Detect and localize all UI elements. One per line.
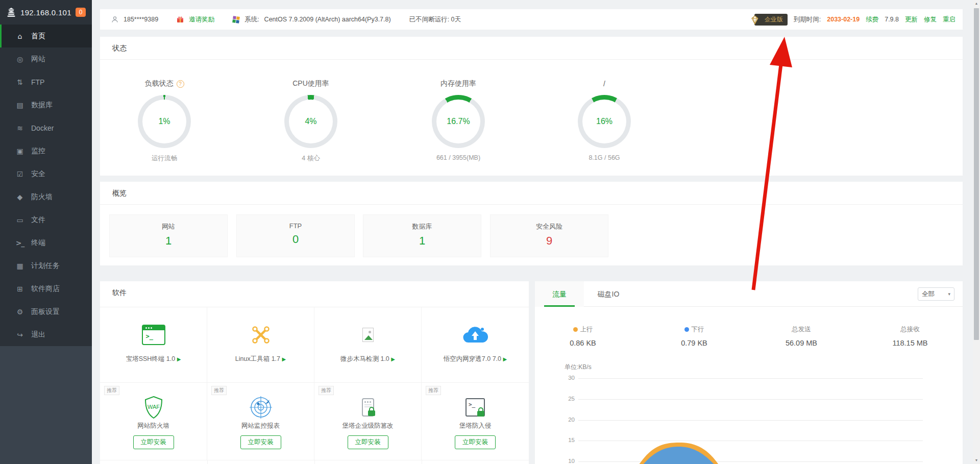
traffic-card: 流量 磁盘IO 全部 ▾ 上行 0.86 KB 下行 0.79 KB 总发送 5… — [535, 281, 963, 464]
help-icon[interactable]: ? — [177, 80, 184, 88]
gauge-sub-label: 运行流畅 — [108, 154, 220, 163]
overview-value: 0 — [237, 233, 354, 246]
stat-total-received: 总接收 118.15 MB — [864, 325, 956, 347]
software-name[interactable]: 网站防火墙 — [100, 422, 207, 430]
restart-link[interactable]: 重启 — [943, 15, 955, 24]
sidebar-item-files[interactable]: ▭文件 — [0, 208, 92, 231]
overview-card-database[interactable]: 数据库 1 — [363, 214, 481, 257]
install-button[interactable]: 立即安装 — [240, 435, 281, 449]
y-tick: 10 — [555, 458, 575, 464]
scrollbar-thumb[interactable] — [974, 8, 979, 340]
software-name[interactable]: 堡塔防入侵 — [422, 422, 529, 430]
bt-ssh-terminal-icon: >_ — [142, 325, 165, 345]
status-card: 状态 负载状态? 1% 运行流畅 CPU使用率 4% 4 核心 内存使用率 16… — [100, 37, 963, 176]
sidebar-menu: ⌂首页 ◎网站 ⇅FTP ▤数据库 ≋Docker ▣监控 ☑安全 ◆防火墙 ▭… — [0, 25, 92, 346]
gauge-label: CPU使用率 — [292, 79, 329, 88]
traffic-filter-value: 全部 — [922, 290, 935, 299]
software-recommend-intrusion-prevention: 推荐 >_ 堡塔防入侵 立即安装 — [422, 382, 529, 460]
y-tick: 20 — [555, 417, 575, 423]
sidebar-item-database[interactable]: ▤数据库 — [0, 93, 92, 116]
gauge-label: 内存使用率 — [440, 79, 476, 88]
repair-link[interactable]: 修复 — [924, 15, 937, 24]
play-icon[interactable]: ▶ — [177, 356, 181, 362]
gauge-label: 负载状态 — [145, 79, 174, 88]
software-card: 软件 >_ 宝塔SSH终端 1.0 ▶ Linux工具箱 1.7 ▶ — [100, 281, 529, 464]
sidebar-item-monitor[interactable]: ▣监控 — [0, 139, 92, 162]
message-count-badge[interactable]: 0 — [76, 8, 86, 17]
edition-badge-label: 企业版 — [765, 16, 783, 23]
sidebar-item-home[interactable]: ⌂首页 — [0, 25, 92, 47]
install-button[interactable]: 立即安装 — [455, 435, 496, 449]
recommend-tag: 推荐 — [104, 386, 119, 395]
sidebar-item-settings[interactable]: ⚙面板设置 — [0, 300, 92, 323]
sidebar-item-cron[interactable]: ▦计划任务 — [0, 254, 92, 277]
os-logo-icon — [232, 16, 240, 23]
update-link[interactable]: 更新 — [905, 15, 918, 24]
stat-label: 上行 — [580, 325, 593, 334]
software-item-wukong-tunnel[interactable]: 悟空内网穿透7.0 7.0 ▶ — [422, 307, 529, 382]
invite-reward-link[interactable]: 邀请奖励 — [189, 15, 214, 24]
scrollbar-up-arrow[interactable]: ▲ — [973, 0, 980, 7]
software-name[interactable]: 堡塔企业级防篡改 — [314, 422, 421, 430]
system-label: 系统: — [244, 15, 259, 24]
overview-card-website[interactable]: 网站 1 — [109, 214, 228, 257]
overview-label: 安全风险 — [491, 222, 608, 231]
chevron-down-icon: ▾ — [948, 291, 950, 297]
gauge-value: 16% — [578, 95, 631, 148]
play-icon[interactable]: ▶ — [503, 356, 507, 362]
sidebar-item-ftp[interactable]: ⇅FTP — [0, 70, 92, 93]
software-title: 软件 — [112, 288, 127, 298]
software-name[interactable]: 微步木马检测 1.0 — [340, 355, 389, 362]
play-icon[interactable]: ▶ — [391, 356, 395, 362]
sidebar-item-firewall[interactable]: ◆防火墙 — [0, 185, 92, 208]
scrollbar-down-arrow[interactable]: ▼ — [973, 457, 980, 464]
overview-value: 1 — [363, 234, 481, 248]
sidebar-item-appstore[interactable]: ⊞软件商店 — [0, 277, 92, 300]
traffic-area-chart — [635, 439, 722, 464]
divider — [100, 204, 963, 205]
user-phone[interactable]: 185****9389 — [124, 16, 158, 23]
gauge-sub-label: 8.1G / 56G — [548, 154, 660, 161]
software-name[interactable]: 网站监控报表 — [207, 422, 314, 430]
files-folder-icon: ▭ — [15, 216, 24, 224]
overview-card-ftp[interactable]: FTP 0 — [236, 214, 355, 257]
sidebar-item-terminal[interactable]: >_终端 — [0, 231, 92, 254]
sidebar-item-security[interactable]: ☑安全 — [0, 162, 92, 185]
waf-shield-icon: WAF — [142, 395, 165, 420]
home-icon: ⌂ — [15, 32, 24, 40]
status-title: 状态 — [112, 44, 127, 53]
software-item-trojan-scan[interactable]: 微步木马检测 1.0 ▶ — [314, 307, 422, 382]
tab-disk-io[interactable]: 磁盘IO — [584, 281, 633, 307]
software-name[interactable]: 宝塔SSH终端 1.0 — [126, 355, 176, 362]
linux-toolbox-wrenches-icon — [250, 324, 272, 346]
stat-value: 0.79 KB — [648, 339, 740, 347]
renew-link[interactable]: 续费 — [866, 15, 878, 24]
sidebar-item-logout[interactable]: ↪退出 — [0, 323, 92, 346]
install-button[interactable]: 立即安装 — [348, 435, 388, 449]
play-icon[interactable]: ▶ — [282, 356, 286, 362]
sidebar-item-label: 文件 — [31, 215, 45, 225]
edition-badge[interactable]: 企业版 — [754, 14, 788, 26]
chart-unit-label: 单位:KB/s — [565, 363, 592, 372]
tab-traffic[interactable]: 流量 — [535, 281, 584, 307]
security-shield-check-icon: ☑ — [15, 170, 24, 178]
stat-downstream: 下行 0.79 KB — [648, 325, 740, 347]
traffic-filter-select[interactable]: 全部 ▾ — [918, 287, 954, 301]
database-icon: ▤ — [15, 101, 24, 109]
sidebar-item-website[interactable]: ◎网站 — [0, 47, 92, 70]
software-item-ssh-terminal[interactable]: >_ 宝塔SSH终端 1.0 ▶ — [100, 307, 207, 382]
install-button[interactable]: 立即安装 — [133, 435, 174, 449]
software-item-linux-toolbox[interactable]: Linux工具箱 1.7 ▶ — [207, 307, 314, 382]
app-store-grid-icon: ⊞ — [15, 285, 24, 293]
sidebar-item-docker[interactable]: ≋Docker — [0, 116, 92, 139]
software-name[interactable]: 悟空内网穿透7.0 7.0 — [444, 355, 501, 362]
overview-label: 数据库 — [363, 222, 481, 231]
lock-icon — [368, 410, 375, 416]
svg-text:WAF: WAF — [147, 404, 159, 410]
terminal-icon: >_ — [15, 239, 24, 247]
sidebar-item-label: 面板设置 — [31, 307, 60, 316]
overview-value: 1 — [110, 234, 227, 248]
overview-card-security-risk[interactable]: 安全风险 9 — [490, 214, 608, 257]
software-name[interactable]: Linux工具箱 1.7 — [235, 355, 280, 362]
monitor-icon: ▣ — [15, 147, 24, 155]
